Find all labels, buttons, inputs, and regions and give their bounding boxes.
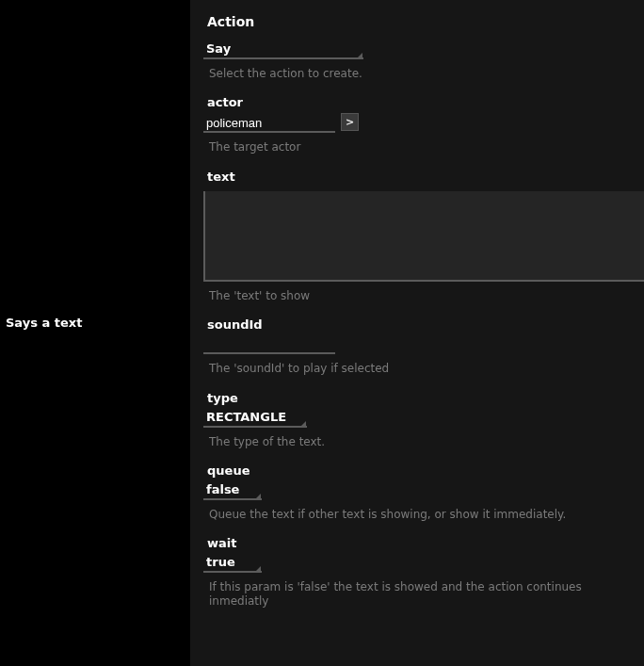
wait-dropdown[interactable]: true bbox=[203, 554, 262, 573]
side-panel: Says a text bbox=[0, 0, 190, 666]
field-queue: queue false Queue the text if other text… bbox=[203, 463, 644, 534]
text-label: text bbox=[203, 170, 644, 187]
action-description: Says a text bbox=[6, 316, 190, 330]
chevron-down-icon bbox=[358, 53, 362, 57]
action-dropdown-value: Say bbox=[206, 41, 231, 56]
queue-label: queue bbox=[203, 463, 644, 481]
wait-hint: If this param is 'false' the text is sho… bbox=[203, 573, 644, 621]
text-textarea[interactable] bbox=[203, 191, 644, 282]
actor-hint: The target actor bbox=[203, 133, 644, 167]
chevron-down-icon bbox=[301, 421, 306, 426]
chevron-down-icon bbox=[256, 566, 261, 571]
type-hint: The type of the text. bbox=[203, 428, 644, 462]
field-type: type RECTANGLE The type of the text. bbox=[203, 391, 644, 462]
type-dropdown-value: RECTANGLE bbox=[206, 410, 286, 424]
panel-title: Action bbox=[203, 14, 644, 29]
type-dropdown[interactable]: RECTANGLE bbox=[203, 409, 307, 428]
text-hint: The 'text' to show bbox=[203, 282, 644, 316]
actor-input[interactable] bbox=[203, 114, 335, 133]
queue-dropdown[interactable]: false bbox=[203, 481, 262, 500]
action-dropdown[interactable]: Say bbox=[203, 41, 363, 59]
queue-dropdown-value: false bbox=[206, 482, 239, 496]
field-actor: actor > The target actor bbox=[203, 95, 644, 167]
field-text: text The 'text' to show bbox=[203, 170, 644, 316]
field-wait: wait true If this param is 'false' the t… bbox=[203, 536, 644, 621]
wait-dropdown-value: true bbox=[206, 555, 235, 569]
actor-browse-button[interactable]: > bbox=[341, 113, 359, 131]
queue-hint: Queue the text if other text is showing,… bbox=[203, 500, 644, 534]
soundid-hint: The 'soundId' to play if selected bbox=[203, 354, 644, 388]
actor-label: actor bbox=[203, 95, 644, 113]
wait-label: wait bbox=[203, 536, 644, 554]
chevron-down-icon bbox=[256, 494, 261, 498]
action-hint: Select the action to create. bbox=[203, 59, 644, 93]
field-action: Say Select the action to create. bbox=[203, 41, 644, 93]
soundid-label: soundId bbox=[203, 317, 644, 335]
action-editor-panel: Action Say Select the action to create. … bbox=[190, 0, 644, 666]
type-label: type bbox=[203, 391, 644, 409]
soundid-input[interactable] bbox=[203, 335, 335, 354]
field-soundid: soundId The 'soundId' to play if selecte… bbox=[203, 317, 644, 388]
